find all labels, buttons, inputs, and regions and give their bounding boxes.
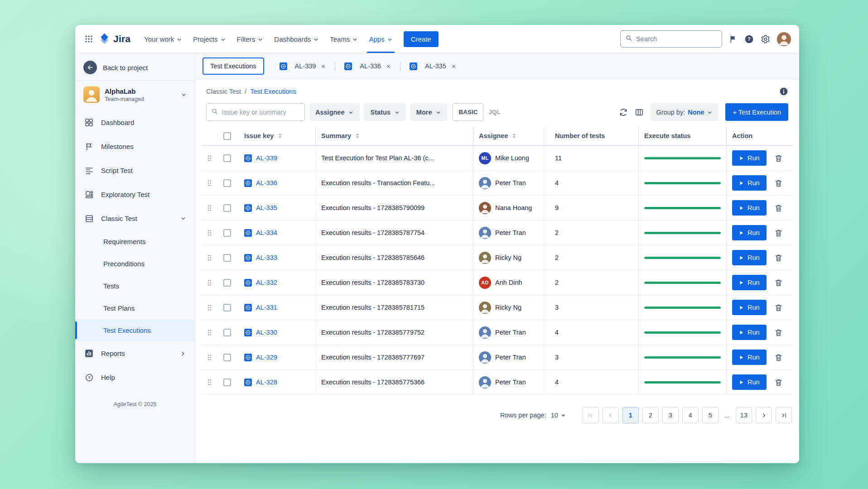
mode-basic-button[interactable]: BASIC xyxy=(453,103,483,121)
row-checkbox[interactable] xyxy=(223,179,231,187)
sidebar-item-milestones[interactable]: Milestones xyxy=(75,134,195,158)
summary-text[interactable]: Test Execution for Test Plan AL-36 (c... xyxy=(321,154,434,162)
sidebar-item-script-test[interactable]: Script Test xyxy=(75,158,195,182)
run-button[interactable]: Run xyxy=(732,225,767,240)
first-page-button[interactable] xyxy=(583,407,599,423)
drag-handle-icon[interactable] xyxy=(207,230,212,236)
run-button[interactable]: Run xyxy=(732,250,767,265)
delete-icon[interactable] xyxy=(774,204,783,212)
sidebar-item-preconditions[interactable]: Preconditions xyxy=(75,253,195,275)
issue-key-link[interactable]: AL-330 xyxy=(256,329,277,336)
summary-text[interactable]: Execution results - 1728385783730 xyxy=(321,279,424,286)
prev-page-button[interactable] xyxy=(603,407,619,423)
summary-text[interactable]: Execution results - Transaction Featu... xyxy=(321,179,435,187)
close-icon[interactable] xyxy=(386,64,391,69)
sidebar-item-test-executions[interactable]: Test Executions xyxy=(75,319,195,341)
nav-item-teams[interactable]: Teams xyxy=(324,25,363,53)
issue-key-link[interactable]: AL-329 xyxy=(256,354,277,361)
row-checkbox[interactable] xyxy=(223,379,231,386)
nav-item-apps[interactable]: Apps xyxy=(363,25,398,53)
column-header-summary[interactable]: Summary xyxy=(316,127,473,145)
drag-handle-icon[interactable] xyxy=(207,379,212,386)
sidebar-item-reports[interactable]: Reports xyxy=(75,341,195,365)
issue-key-link[interactable]: AL-328 xyxy=(256,379,277,386)
issue-key-link[interactable]: AL-335 xyxy=(256,204,277,211)
run-button[interactable]: Run xyxy=(732,350,767,365)
summary-text[interactable]: Execution results - 1728385781715 xyxy=(321,304,424,311)
sidebar-item-tests[interactable]: Tests xyxy=(75,275,195,297)
filter-more-dropdown[interactable]: More xyxy=(410,103,448,121)
delete-icon[interactable] xyxy=(774,303,783,312)
row-checkbox[interactable] xyxy=(223,154,231,162)
issue-key-link[interactable]: AL-331 xyxy=(256,304,277,311)
close-icon[interactable] xyxy=(321,64,326,69)
issue-key-link[interactable]: AL-339 xyxy=(256,154,277,162)
create-button[interactable]: Create xyxy=(404,31,439,47)
page-5-button[interactable]: 5 xyxy=(702,407,719,423)
page-13-button[interactable]: 13 xyxy=(736,407,752,423)
global-search-input[interactable] xyxy=(636,35,717,43)
back-to-project[interactable]: Back to project xyxy=(75,56,195,81)
row-checkbox[interactable] xyxy=(223,204,231,212)
sidebar-item-test-plans[interactable]: Test Plans xyxy=(75,297,195,319)
filter-status-dropdown[interactable]: Status xyxy=(364,103,405,121)
project-switcher[interactable]: AlphaLab Team-managed xyxy=(75,81,195,109)
delete-icon[interactable] xyxy=(774,179,783,187)
run-button[interactable]: Run xyxy=(732,200,767,216)
summary-text[interactable]: Execution results - 1728385787754 xyxy=(321,229,424,236)
tab-al-339[interactable]: AL-339 xyxy=(275,58,331,75)
drag-handle-icon[interactable] xyxy=(207,180,212,187)
announcement-flag-icon[interactable] xyxy=(729,35,738,43)
sidebar-item-classic-test[interactable]: Classic Test xyxy=(75,206,195,230)
delete-icon[interactable] xyxy=(774,378,783,387)
sidebar-item-help[interactable]: ?Help xyxy=(75,365,195,389)
app-switcher-icon[interactable] xyxy=(81,31,97,47)
tab-al-336[interactable]: AL-336 xyxy=(340,58,395,75)
select-all-checkbox[interactable] xyxy=(223,132,231,140)
run-button[interactable]: Run xyxy=(732,374,767,390)
drag-handle-icon[interactable] xyxy=(207,354,212,361)
refresh-icon[interactable] xyxy=(619,108,628,117)
page-2-button[interactable]: 2 xyxy=(642,407,659,423)
run-button[interactable]: Run xyxy=(732,300,767,315)
run-button[interactable]: Run xyxy=(732,150,767,166)
info-icon[interactable] xyxy=(779,87,788,96)
tab-test-executions[interactable]: Test Executions xyxy=(203,58,264,75)
page-4-button[interactable]: 4 xyxy=(682,407,699,423)
jira-logo[interactable]: Jira xyxy=(97,33,139,46)
sidebar-item-requirements[interactable]: Requirements xyxy=(75,230,195,253)
nav-item-your-work[interactable]: Your work xyxy=(139,25,188,53)
add-test-execution-button[interactable]: + Test Execution xyxy=(725,103,788,121)
summary-text[interactable]: Execution results - 1728385790099 xyxy=(321,204,424,211)
delete-icon[interactable] xyxy=(774,254,783,262)
run-button[interactable]: Run xyxy=(732,275,767,290)
breadcrumb-parent[interactable]: Classic Test xyxy=(206,88,241,95)
summary-text[interactable]: Execution results - 1728385779752 xyxy=(321,329,424,336)
drag-handle-icon[interactable] xyxy=(207,304,212,311)
nav-item-filters[interactable]: Filters xyxy=(231,25,269,53)
issue-key-link[interactable]: AL-333 xyxy=(256,254,277,261)
drag-handle-icon[interactable] xyxy=(207,329,212,336)
nav-item-dashboards[interactable]: Dashboards xyxy=(269,25,324,53)
help-icon[interactable]: ? xyxy=(744,34,754,44)
nav-item-projects[interactable]: Projects xyxy=(188,25,231,53)
close-icon[interactable] xyxy=(451,64,456,69)
delete-icon[interactable] xyxy=(774,229,783,237)
issue-search-input[interactable] xyxy=(222,109,300,116)
drag-handle-icon[interactable] xyxy=(207,279,212,286)
delete-icon[interactable] xyxy=(774,154,783,163)
global-search[interactable] xyxy=(620,30,722,48)
sidebar-item-dashboard[interactable]: Dashboard xyxy=(75,110,195,134)
row-checkbox[interactable] xyxy=(223,254,231,262)
row-checkbox[interactable] xyxy=(223,229,231,237)
column-header-assignee[interactable]: Assignee xyxy=(473,127,544,145)
issue-key-link[interactable]: AL-332 xyxy=(256,279,277,286)
next-page-button[interactable] xyxy=(756,407,772,423)
settings-gear-icon[interactable] xyxy=(761,34,770,44)
run-button[interactable]: Run xyxy=(732,325,767,340)
drag-handle-icon[interactable] xyxy=(207,155,212,162)
delete-icon[interactable] xyxy=(774,328,783,337)
issue-key-link[interactable]: AL-334 xyxy=(256,229,277,236)
issue-search[interactable] xyxy=(206,103,305,121)
filter-assignee-dropdown[interactable]: Assignee xyxy=(309,103,360,121)
